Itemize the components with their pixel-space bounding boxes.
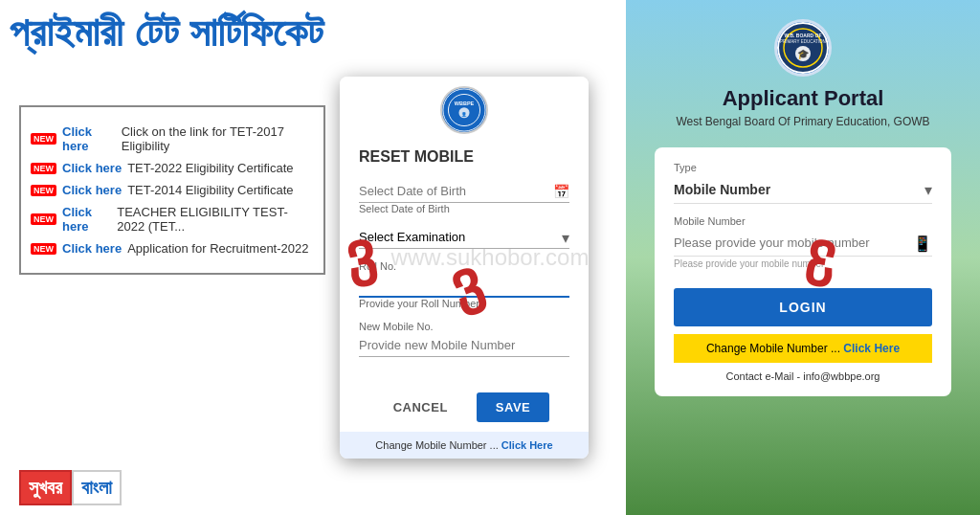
- logo-red-text: সুখবর: [19, 470, 72, 505]
- modal-logo: WBBPE 👤: [440, 86, 488, 134]
- save-button[interactable]: SAVE: [477, 392, 549, 422]
- cancel-button[interactable]: CANCEL: [379, 392, 462, 422]
- new-mobile-label: New Mobile No.: [359, 321, 569, 332]
- change-mobile-link[interactable]: Click Here: [501, 439, 553, 451]
- roll-hint: Provide your Roll Number: [359, 298, 569, 309]
- new-badge: NEW: [31, 243, 56, 255]
- login-button[interactable]: LOGIN: [674, 288, 932, 326]
- link-description: TET-2022 Eligibility Certificate: [127, 161, 293, 175]
- svg-text:👤: 👤: [461, 111, 467, 118]
- tet2022-link[interactable]: Click here: [62, 161, 122, 175]
- modal-logo-area: WBBPE 👤: [340, 77, 589, 139]
- exam-select[interactable]: Select Examination: [359, 226, 569, 249]
- mobile-group: Mobile Number 📱 Please provide your mobi…: [674, 215, 932, 269]
- mobile-hint: Please provide your mobile number: [674, 258, 932, 269]
- dropdown-arrow-icon: ▾: [562, 229, 569, 247]
- dob-input[interactable]: [359, 180, 569, 203]
- type-dropdown-arrow-icon: ▾: [924, 181, 932, 199]
- link-description: TEACHER ELIGIBILITY TEST-2022 (TET...: [117, 205, 314, 234]
- applicant-portal-panel: W.B. BOARD OF PRIMARY EDUCATION 🎓 Applic…: [626, 0, 980, 515]
- type-group: Type Mobile Number ▾: [674, 162, 932, 204]
- new-mobile-input[interactable]: [359, 334, 569, 357]
- change-mobile-btn-text: Change Mobile Number ...: [706, 342, 840, 355]
- change-mobile-text: Change Mobile Number ...: [375, 439, 498, 451]
- modal-body: RESET MOBILE 📅 Select Date of Birth Sele…: [340, 139, 589, 383]
- reset-mobile-modal: WBBPE 👤 RESET MOBILE 📅 Select Date of Bi…: [340, 77, 589, 459]
- link-description: Click on the link for TET-2017 Eligibili…: [122, 124, 314, 153]
- contact-info: Contact e-Mail - info@wbbpe.org: [674, 370, 932, 382]
- link-description: TET-2014 Eligibility Certificate: [127, 183, 293, 197]
- tet2014-link[interactable]: Click here: [62, 183, 122, 197]
- portal-logo: W.B. BOARD OF PRIMARY EDUCATION 🎓: [774, 19, 832, 77]
- new-badge: NEW: [31, 163, 56, 174]
- logo-white-text: বাংলা: [72, 470, 122, 505]
- portal-subtitle: West Bengal Board Of Primary Education, …: [676, 115, 929, 128]
- type-select[interactable]: Mobile Number: [674, 176, 932, 204]
- svg-text:W.B. BOARD OF: W.B. BOARD OF: [785, 33, 822, 38]
- calendar-icon: 📅: [553, 184, 569, 199]
- sukhobor-logo: সুখবর বাংলা: [19, 470, 122, 505]
- mobile-label: Mobile Number: [674, 215, 932, 227]
- roll-input[interactable]: [359, 274, 569, 298]
- portal-title: Applicant Portal: [723, 86, 884, 111]
- svg-text:PRIMARY EDUCATION: PRIMARY EDUCATION: [780, 39, 826, 44]
- roll-label: Roll No.: [359, 260, 569, 272]
- exam-group: Select Examination ▾: [359, 226, 569, 249]
- recruitment2022-link[interactable]: Click here: [62, 241, 122, 256]
- left-links-panel: NEW Click here Click on the link for TET…: [19, 105, 325, 275]
- new-badge: NEW: [31, 213, 56, 225]
- mobile-input[interactable]: [674, 230, 932, 257]
- change-mobile-button[interactable]: Change Mobile Number ... Click Here: [674, 334, 932, 363]
- roll-group: Roll No. Provide your Roll Number: [359, 260, 569, 309]
- dob-group: 📅 Select Date of Birth: [359, 180, 569, 214]
- svg-text:WBBPE: WBBPE: [455, 101, 475, 106]
- list-item: NEW Click here TET-2014 Eligibility Cert…: [31, 183, 314, 197]
- change-mobile-bar: Change Mobile Number ... Click Here: [340, 432, 589, 459]
- type-label: Type: [674, 162, 932, 173]
- list-item: NEW Click here Click on the link for TET…: [31, 124, 314, 153]
- list-item: NEW Click here TEACHER ELIGIBILITY TEST-…: [31, 205, 314, 234]
- new-mobile-group: New Mobile No.: [359, 321, 569, 357]
- change-mobile-btn-link[interactable]: Click Here: [843, 342, 900, 355]
- svg-text:🎓: 🎓: [797, 48, 810, 60]
- link-description: Application for Recruitment-2022: [127, 241, 308, 256]
- teacher-tet2022-link[interactable]: Click here: [62, 205, 111, 234]
- modal-title: RESET MOBILE: [359, 148, 569, 166]
- dob-hint: Select Date of Birth: [359, 203, 569, 214]
- list-item: NEW Click here TET-2022 Eligibility Cert…: [31, 161, 314, 175]
- modal-footer: CANCEL SAVE: [340, 383, 589, 432]
- portal-content: W.B. BOARD OF PRIMARY EDUCATION 🎓 Applic…: [626, 0, 980, 415]
- page-title: প্রাইমারী টেট সার্টিফিকেট: [10, 10, 323, 56]
- new-badge: NEW: [31, 185, 56, 196]
- list-item: NEW Click here Application for Recruitme…: [31, 241, 314, 256]
- login-form: Type Mobile Number ▾ Mobile Number 📱 Ple…: [655, 147, 951, 396]
- mobile-icon: 📱: [913, 235, 932, 253]
- tet2017-link[interactable]: Click here: [62, 124, 116, 153]
- new-badge: NEW: [31, 133, 56, 145]
